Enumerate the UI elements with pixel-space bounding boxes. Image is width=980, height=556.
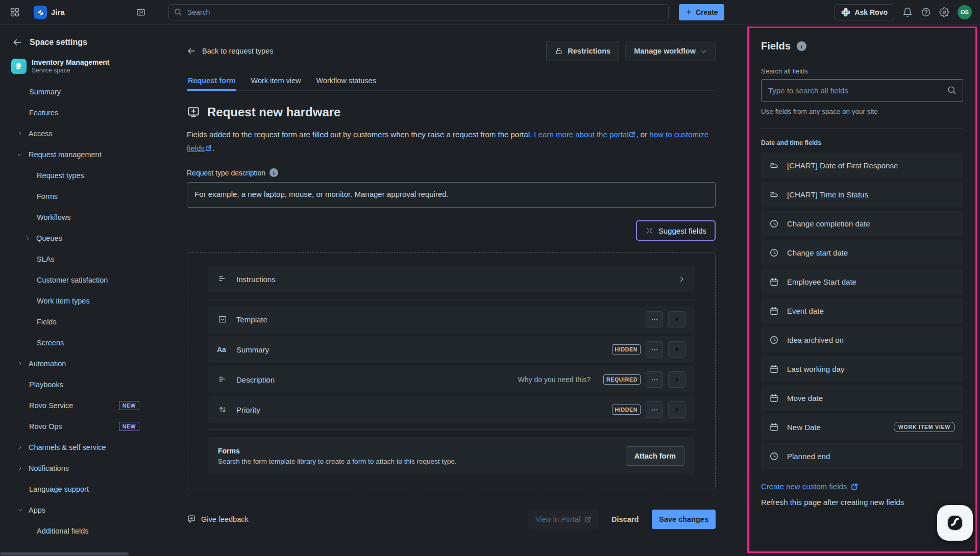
space-header[interactable]: Inventory Management Service space bbox=[0, 58, 155, 74]
sidebar-item-language-support[interactable]: Language support bbox=[0, 478, 155, 499]
refresh-note: Refresh this page after creating new fie… bbox=[761, 498, 963, 507]
sidebar-item-queues[interactable]: Queues bbox=[0, 228, 155, 248]
restrictions-button[interactable]: Restrictions bbox=[546, 41, 619, 61]
field-row-summary[interactable]: Aa Summary HIDDEN bbox=[208, 336, 695, 363]
calendar-icon bbox=[769, 393, 779, 403]
sidebar-scrollbar[interactable] bbox=[0, 552, 129, 555]
attach-form-button[interactable]: Attach form bbox=[626, 446, 684, 466]
request-type-tabs: Request form Work item view Workflow sta… bbox=[187, 77, 716, 91]
global-search bbox=[168, 4, 669, 20]
view-in-portal-button[interactable]: View in Portal bbox=[528, 510, 598, 529]
info-icon[interactable]: i bbox=[270, 168, 278, 177]
page-title: Request new hardware bbox=[207, 105, 340, 119]
field-card-employee-start-date[interactable]: Employee Start date bbox=[761, 269, 963, 294]
sidebar-collapse-icon[interactable] bbox=[136, 7, 146, 17]
sidebar-item-forms[interactable]: Forms bbox=[0, 186, 155, 207]
tab-request-form[interactable]: Request form bbox=[187, 77, 236, 90]
chevron-right-icon[interactable] bbox=[678, 275, 685, 283]
chevron-right-icon[interactable] bbox=[668, 311, 685, 327]
jira-logo-icon bbox=[34, 6, 47, 19]
hardware-monitor-icon bbox=[187, 106, 200, 119]
sidebar-item-features[interactable]: Features bbox=[0, 102, 155, 123]
field-card-event-date[interactable]: Event date bbox=[761, 298, 963, 323]
sidebar-item-playbooks[interactable]: Playbooks bbox=[0, 374, 155, 395]
sidebar-item-screens[interactable]: Screens bbox=[0, 332, 155, 353]
info-icon[interactable]: i bbox=[797, 41, 806, 51]
search-input[interactable] bbox=[168, 4, 669, 20]
sidebar-nav: Summary Features Access Request manageme… bbox=[0, 81, 155, 541]
sidebar-item-request-types[interactable]: Request types bbox=[0, 165, 155, 186]
sidebar-item-notifications[interactable]: Notifications bbox=[0, 458, 155, 478]
field-row-template[interactable]: Template bbox=[208, 306, 695, 333]
create-button[interactable]: Create bbox=[679, 4, 724, 20]
discard-button[interactable]: Discard bbox=[605, 510, 645, 529]
ask-rovo-button[interactable]: Ask Rovo bbox=[835, 4, 894, 20]
save-changes-button[interactable]: Save changes bbox=[652, 510, 716, 529]
ai-sparkle-icon bbox=[645, 226, 654, 235]
manage-workflow-button[interactable]: Manage workflow bbox=[625, 41, 716, 61]
assistant-widget-button[interactable] bbox=[937, 505, 973, 541]
field-row-priority[interactable]: Priority HIDDEN bbox=[208, 396, 695, 423]
sidebar-item-fields[interactable]: Fields bbox=[0, 311, 155, 332]
field-card-change-start-date[interactable]: Change start date bbox=[761, 240, 963, 265]
notifications-bell-icon[interactable] bbox=[902, 7, 913, 17]
field-row-instructions[interactable]: Instructions bbox=[208, 266, 695, 292]
topbar-left: Jira bbox=[0, 6, 155, 19]
tab-work-item-view[interactable]: Work item view bbox=[250, 77, 302, 90]
field-row-description[interactable]: Description Why do you need this? REQUIR… bbox=[208, 366, 695, 393]
settings-gear-icon[interactable] bbox=[939, 7, 949, 17]
sidebar-item-apps[interactable]: Apps bbox=[0, 499, 155, 520]
date-range-icon bbox=[769, 161, 779, 170]
back-arrow-icon bbox=[187, 46, 196, 56]
field-card-change-completion-date[interactable]: Change completion date bbox=[761, 211, 963, 236]
sidebar-item-work-item-types[interactable]: Work item types bbox=[0, 290, 155, 311]
fields-list: [CHART] Date of First Response [CHART] T… bbox=[761, 153, 963, 469]
more-actions-icon[interactable] bbox=[646, 311, 663, 327]
chevron-right-icon[interactable] bbox=[668, 341, 685, 358]
field-card-planned-end[interactable]: Planned end bbox=[761, 443, 963, 469]
sidebar-item-request-management[interactable]: Request management bbox=[0, 144, 155, 165]
learn-more-portal-link[interactable]: Learn more about the portal bbox=[534, 130, 628, 139]
give-feedback-button[interactable]: Give feedback bbox=[187, 515, 249, 524]
chevron-right-icon[interactable] bbox=[668, 371, 685, 388]
field-card-move-date[interactable]: Move date bbox=[761, 385, 963, 411]
sidebar-item-rovo-ops[interactable]: Rovo OpsNEW bbox=[0, 416, 155, 437]
sidebar-item-automation[interactable]: Automation bbox=[0, 353, 155, 374]
tab-workflow-statuses[interactable]: Workflow statuses bbox=[315, 77, 377, 90]
search-all-fields-label: Search all fields bbox=[761, 67, 963, 75]
more-actions-icon[interactable] bbox=[646, 401, 663, 418]
more-actions-icon[interactable] bbox=[646, 371, 663, 388]
fields-search-input[interactable] bbox=[761, 79, 963, 102]
sidebar-item-rovo-service[interactable]: Rovo ServiceNEW bbox=[0, 395, 155, 416]
back-arrow-icon[interactable] bbox=[12, 37, 22, 47]
chevron-down-icon bbox=[700, 48, 707, 55]
avatar[interactable]: OS bbox=[958, 5, 972, 19]
space-name: Inventory Management bbox=[32, 58, 109, 67]
jira-logo[interactable]: Jira bbox=[34, 6, 65, 19]
chevron-right-icon[interactable] bbox=[668, 401, 685, 418]
field-card-new-date[interactable]: New Date WORK ITEM VIEW bbox=[761, 414, 963, 440]
field-card-idea-archived-on[interactable]: Idea archived on bbox=[761, 327, 963, 352]
help-icon[interactable] bbox=[921, 7, 931, 17]
sidebar-item-additional-fields[interactable]: Additional fields bbox=[0, 520, 155, 541]
sidebar-item-customer-satisfaction[interactable]: Customer satisfaction bbox=[0, 269, 155, 290]
hidden-badge: HIDDEN bbox=[612, 344, 641, 355]
back-to-request-types-link[interactable]: Back to request types bbox=[187, 46, 273, 56]
sidebar-item-access[interactable]: Access bbox=[0, 123, 155, 144]
suggest-fields-button[interactable]: Suggest fields bbox=[636, 220, 716, 241]
sidebar-item-workflows[interactable]: Workflows bbox=[0, 207, 155, 228]
search-icon bbox=[174, 8, 182, 16]
unlock-icon bbox=[555, 47, 563, 55]
sidebar-item-channels-self-service[interactable]: Channels & self service bbox=[0, 437, 155, 458]
chevron-right-icon bbox=[17, 361, 23, 367]
create-custom-fields-link[interactable]: Create new custom fields bbox=[761, 482, 963, 491]
request-type-description-input[interactable]: For example, a new laptop, mouse, or mon… bbox=[187, 182, 716, 208]
field-card-last-working-day[interactable]: Last working day bbox=[761, 356, 963, 382]
sidebar-item-slas[interactable]: SLAs bbox=[0, 248, 155, 269]
more-actions-icon[interactable] bbox=[646, 341, 663, 358]
field-card-chart-time-in-status[interactable]: [CHART] Time in Status bbox=[761, 182, 963, 207]
field-card-chart-date-first-response[interactable]: [CHART] Date of First Response bbox=[761, 153, 963, 178]
sidebar-item-summary[interactable]: Summary bbox=[0, 81, 155, 102]
calendar-icon bbox=[769, 306, 779, 316]
app-switcher-icon[interactable] bbox=[9, 7, 20, 18]
